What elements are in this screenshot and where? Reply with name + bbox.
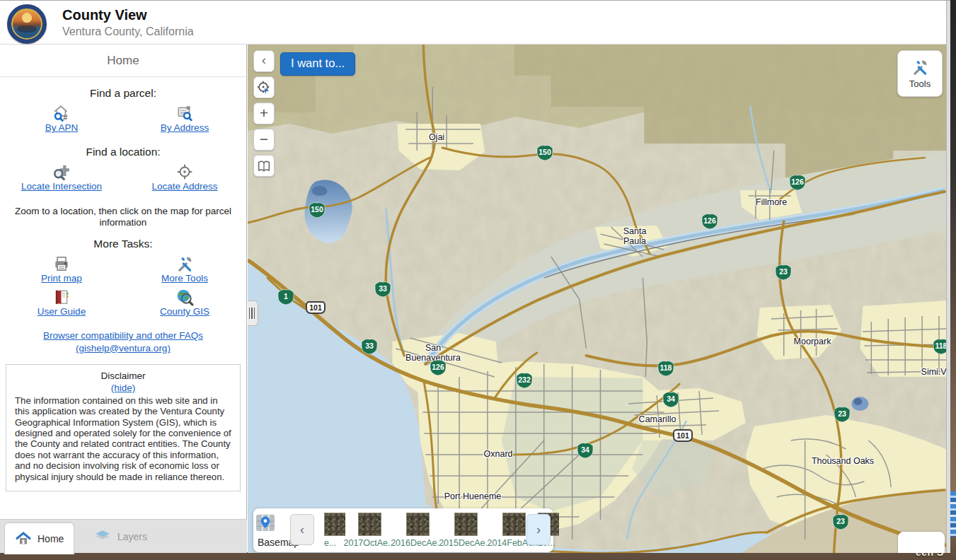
tools-icon <box>911 58 929 76</box>
more-tasks-heading: More Tasks: <box>0 238 246 250</box>
book-icon <box>52 288 71 306</box>
zoom-hint-text: Zoom to a location, then click on the ma… <box>13 206 234 228</box>
route-shield-118: 118 <box>657 359 675 378</box>
task-by-address[interactable]: By Address <box>161 104 209 133</box>
city-label-santa-paula: SantaPaula <box>623 226 647 246</box>
route-shield-150: 150 <box>308 201 326 219</box>
basemap-thumbnail-2016decae[interactable]: 2016DecAe... <box>393 513 442 548</box>
geolocate-button[interactable] <box>253 76 275 98</box>
route-shield-33: 33 <box>374 280 392 298</box>
route-shield-1: 1 <box>277 288 295 306</box>
route-shield-126: 126 <box>429 358 447 377</box>
faq-email-link[interactable]: (gishelp@ventura.org) <box>76 343 171 354</box>
basemap-thumbnail-image <box>358 513 381 536</box>
route-shield-126: 126 <box>701 212 719 231</box>
print-map-link[interactable]: Print map <box>41 273 82 284</box>
faq-link[interactable]: Browser compatibility and other FAQs <box>43 330 203 341</box>
task-locate-address[interactable]: Locate Address <box>151 163 217 192</box>
desktop-window-fragment <box>950 491 956 537</box>
bookmarks-icon <box>256 158 272 174</box>
basemap-scroll-right-button[interactable]: › <box>526 514 551 545</box>
panel-resize-handle[interactable] <box>248 301 258 326</box>
address-search-icon <box>175 104 195 122</box>
basemap-thumbnail-2017octae[interactable]: 2017OctAe... <box>345 513 393 548</box>
map-corner-widget <box>898 532 945 553</box>
map-terrain <box>248 45 946 553</box>
route-shield-126: 126 <box>788 173 807 192</box>
layers-icon <box>93 527 112 546</box>
city-label-ojai: Ojai <box>429 132 444 142</box>
tab-layers[interactable]: Layers <box>83 520 157 553</box>
app-title: County View <box>62 7 147 23</box>
route-shield-23: 23 <box>833 405 851 424</box>
basemap-icon <box>253 513 277 534</box>
route-shield-150: 150 <box>536 144 554 162</box>
task-user-guide[interactable]: User Guide <box>38 288 86 317</box>
by-apn-link[interactable]: By APN <box>45 122 79 133</box>
map-canvas[interactable]: ‹+− I want to... Tools Basema <box>248 45 946 553</box>
route-shield-101: 101 <box>306 301 326 314</box>
geolocate-icon <box>256 80 272 95</box>
route-shield-101: 101 <box>673 429 693 442</box>
svg-text:#: # <box>63 113 67 122</box>
city-label-camarillo: Camarillo <box>639 414 676 424</box>
bookmarks-button[interactable] <box>253 155 275 177</box>
disclaimer-body: The information contained on this web si… <box>15 395 231 483</box>
collapse-panel-button[interactable]: ‹ <box>253 50 275 72</box>
route-shield-23: 23 <box>774 263 793 281</box>
basemap-thumbnail-image <box>406 513 430 536</box>
find-location-heading: Find a location: <box>0 146 246 158</box>
county-gis-link[interactable]: County GIS <box>160 306 209 317</box>
county-seal-logo <box>7 4 47 44</box>
city-label-fillmore: Fillmore <box>756 197 787 207</box>
basemap-thumbnail-image <box>502 513 526 536</box>
basemap-thumbnails: e...2017OctAe...2016DecAe...2015DecAe...… <box>277 508 559 552</box>
city-label-moorpark: Moorpark <box>794 337 831 346</box>
task-print-map[interactable]: Print map <box>41 255 82 284</box>
home-icon <box>15 530 32 547</box>
app-subtitle: Ventura County, California <box>62 25 194 38</box>
disclaimer-box: Disclaimer (hide) The information contai… <box>6 364 241 491</box>
city-label-oxnard: Oxnard <box>484 449 513 459</box>
tools-button-label: Tools <box>909 78 931 89</box>
zoom-out-button[interactable]: − <box>253 129 275 151</box>
tab-home[interactable]: Home <box>4 523 74 554</box>
sidebar-tab-bar: Home Layers <box>0 519 247 553</box>
user-guide-link[interactable]: User Guide <box>38 306 86 317</box>
route-shield-34: 34 <box>576 441 594 460</box>
i-want-to-button[interactable]: I want to... <box>280 52 355 76</box>
locate-address-link[interactable]: Locate Address <box>151 181 217 192</box>
disclaimer-hide-link[interactable]: (hide) <box>111 383 136 393</box>
by-address-link[interactable]: By Address <box>161 122 209 133</box>
panel-title: Home <box>0 45 246 77</box>
more-tools-link[interactable]: More Tools <box>161 273 208 284</box>
basemap-thumbnail-image <box>454 513 478 536</box>
basemap-scroll-left-button[interactable]: ‹ <box>290 514 314 545</box>
city-label-port-hueneme: Port Hueneme <box>444 491 502 501</box>
basemap-bar: Basemap ‹ e...2017OctAe...2016DecAe...20… <box>253 508 553 552</box>
task-more-tools[interactable]: More Tools <box>161 255 208 284</box>
intersection-search-icon <box>52 163 71 181</box>
globe-search-icon <box>175 288 195 306</box>
route-shield-118: 118 <box>932 337 946 356</box>
task-by-apn[interactable]: # By APN <box>45 104 79 133</box>
basemap-thumbnail-label: 2017OctAe... <box>344 538 396 548</box>
city-label-thousand-oaks: Thousand Oaks <box>812 456 874 466</box>
app-header: County View Ventura County, California <box>0 1 950 45</box>
tools-button[interactable]: Tools <box>897 50 943 97</box>
browser-scrollbar[interactable] <box>946 1 950 553</box>
task-county-gis[interactable]: County GIS <box>160 288 209 317</box>
zoom-in-button[interactable]: + <box>253 103 275 124</box>
basemap-thumbnail-label: 2016DecAe... <box>391 538 444 548</box>
tab-home-label: Home <box>38 533 64 544</box>
basemap-thumbnail-label: 2015DecAe... <box>439 538 493 548</box>
map-controls: ‹+− <box>253 50 275 177</box>
route-shield-23: 23 <box>831 513 850 531</box>
city-label-simi-val: Simi.Val <box>921 367 946 377</box>
locate-intersection-link[interactable]: Locate Intersection <box>21 181 102 192</box>
task-locate-intersection[interactable]: Locate Intersection <box>21 163 102 192</box>
apn-search-icon: # <box>52 104 71 122</box>
basemap-toggle[interactable]: Basemap <box>253 508 277 552</box>
basemap-thumbnail-2015decae[interactable]: 2015DecAe... <box>442 513 490 548</box>
basemap-thumbnail-e[interactable]: e... <box>324 513 345 548</box>
